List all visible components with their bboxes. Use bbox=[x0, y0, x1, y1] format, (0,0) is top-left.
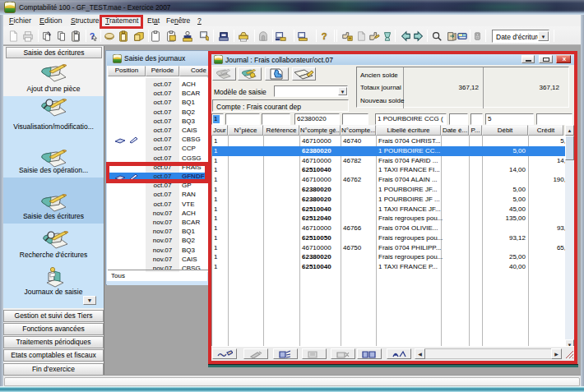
svg-text:?: ? bbox=[322, 31, 327, 41]
